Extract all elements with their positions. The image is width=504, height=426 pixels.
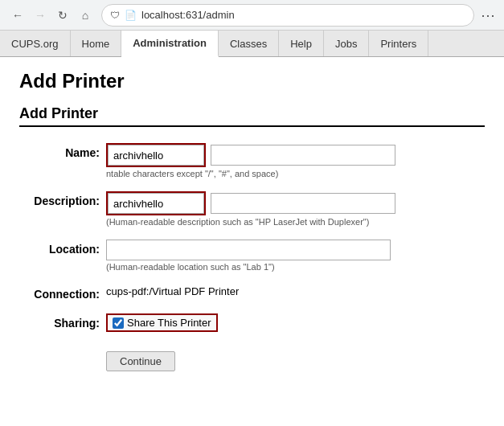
name-label: Name:	[19, 143, 100, 159]
description-row: Description: (Human-readable description…	[19, 188, 485, 230]
reload-button[interactable]: ↻	[53, 6, 72, 25]
sharing-highlight: Share This Printer	[106, 313, 218, 332]
name-hint: ntable characters except "/", "#", and s…	[106, 169, 485, 178]
browser-menu-button[interactable]: ⋯	[481, 6, 496, 24]
description-input-full[interactable]	[211, 193, 395, 214]
sharing-checkbox-label[interactable]: Share This Printer	[113, 317, 211, 329]
location-label: Location:	[19, 240, 100, 256]
browser-chrome: ← → ↻ ⌂ 🛡 📄 localhost:631/admin ⋯	[0, 0, 504, 31]
back-button[interactable]: ←	[8, 6, 27, 25]
location-row: Location: (Human-readable location such …	[19, 236, 485, 275]
description-highlight	[106, 191, 206, 215]
home-button[interactable]: ⌂	[76, 6, 95, 25]
connection-row: Connection: cups-pdf:/Virtual PDF Printe…	[19, 281, 485, 304]
description-hint: (Human-readable description such as "HP …	[106, 217, 485, 227]
description-input[interactable]	[108, 193, 204, 214]
tab-help[interactable]: Help	[279, 31, 324, 56]
sharing-field-container: Share This Printer	[106, 313, 485, 332]
sharing-row: Sharing: Share This Printer	[19, 310, 485, 335]
name-input-full[interactable]	[211, 145, 395, 166]
connection-value: cups-pdf:/Virtual PDF Printer	[106, 282, 239, 297]
page-title: Add Printer	[19, 70, 485, 92]
nav-tabs: CUPS.org Home Administration Classes Hel…	[0, 31, 504, 57]
tab-printers[interactable]: Printers	[369, 31, 428, 56]
description-field-container: (Human-readable description such as "HP …	[106, 191, 485, 227]
tab-administration[interactable]: Administration	[121, 31, 219, 57]
address-bar[interactable]: 🛡 📄 localhost:631/admin	[101, 4, 474, 27]
name-row: Name: ntable characters except "/", "#",…	[19, 140, 485, 182]
tab-classes[interactable]: Classes	[219, 31, 279, 56]
page-content: Add Printer Add Printer Name: ntable cha…	[0, 57, 504, 384]
location-hint: (Human-readable location such as "Lab 1"…	[106, 262, 485, 272]
tab-jobs[interactable]: Jobs	[324, 31, 369, 56]
button-row: Continue	[106, 342, 485, 371]
continue-button[interactable]: Continue	[106, 351, 175, 371]
sharing-checkbox-text: Share This Printer	[127, 317, 211, 329]
connection-field-container: cups-pdf:/Virtual PDF Printer	[106, 285, 485, 297]
name-highlight	[106, 143, 206, 167]
tab-cups-org[interactable]: CUPS.org	[0, 31, 71, 56]
form-section-title: Add Printer	[19, 105, 485, 127]
sharing-label: Sharing:	[19, 313, 100, 330]
connection-label: Connection:	[19, 285, 100, 301]
location-input[interactable]	[106, 240, 391, 260]
description-label: Description:	[19, 191, 100, 207]
sharing-checkbox[interactable]	[113, 317, 124, 329]
name-input[interactable]	[108, 145, 204, 166]
tab-home[interactable]: Home	[71, 31, 122, 56]
url-text: localhost:631/admin	[141, 9, 465, 21]
nav-buttons: ← → ↻ ⌂	[8, 6, 95, 25]
security-icon: 🛡	[110, 10, 120, 21]
forward-button[interactable]: →	[31, 6, 50, 25]
name-field-container: ntable characters except "/", "#", and s…	[106, 143, 485, 178]
location-field-container: (Human-readable location such as "Lab 1"…	[106, 240, 485, 272]
page-icon: 📄	[125, 10, 137, 21]
